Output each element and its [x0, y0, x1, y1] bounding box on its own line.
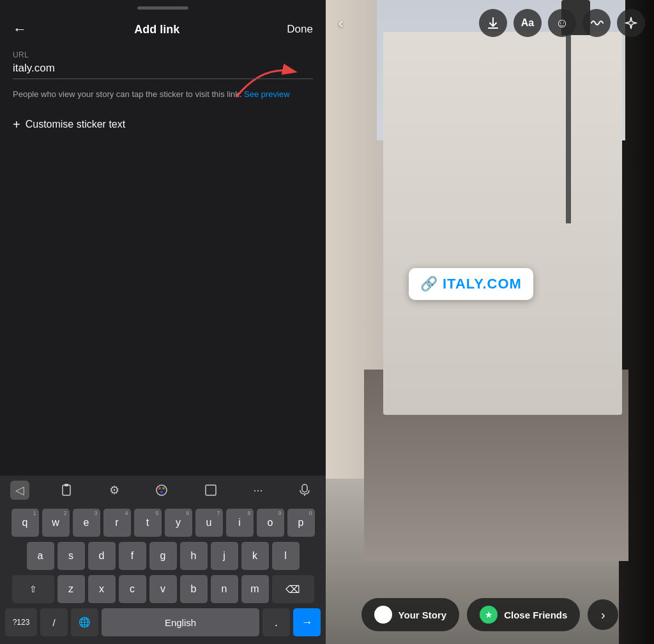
done-button[interactable]: Done	[287, 23, 313, 36]
svg-point-3	[158, 487, 161, 490]
spacer	[0, 140, 326, 476]
url-label: URL	[13, 50, 313, 59]
svg-rect-1	[65, 484, 68, 486]
key-i[interactable]: i8	[226, 509, 254, 537]
url-input[interactable]	[13, 62, 313, 75]
key-a[interactable]: a	[27, 542, 54, 570]
kb-palette-button[interactable]	[150, 481, 173, 499]
key-k[interactable]: k	[241, 542, 269, 570]
bottom-bar: Your Story ★ Close Friends ›	[326, 598, 654, 631]
svg-point-5	[160, 491, 163, 493]
add-link-header: ← Add link Done	[0, 10, 326, 45]
story-avatar	[374, 606, 392, 624]
space-key[interactable]: English	[102, 608, 259, 636]
kb-settings-button[interactable]: ⚙	[104, 481, 125, 500]
key-b[interactable]: b	[180, 575, 208, 603]
url-section: URL	[0, 45, 326, 79]
num-key[interactable]: ?123	[5, 608, 37, 636]
key-x[interactable]: x	[88, 575, 116, 603]
keyboard-row-4: ?123 / 🌐 English . →	[3, 608, 323, 641]
close-friends-star-icon: ★	[480, 606, 498, 624]
close-friends-label: Close Friends	[504, 610, 567, 620]
key-r[interactable]: r4	[103, 509, 131, 537]
customise-label: Customise sticker text	[26, 119, 125, 130]
back-button[interactable]: ←	[13, 21, 27, 38]
kb-mic-button[interactable]	[294, 481, 316, 499]
see-preview-link[interactable]: See preview	[244, 89, 290, 99]
key-n[interactable]: n	[211, 575, 238, 603]
key-e[interactable]: e3	[73, 509, 100, 537]
text-button[interactable]: Aa	[513, 9, 542, 37]
your-story-button[interactable]: Your Story	[361, 598, 460, 631]
key-d[interactable]: d	[88, 542, 116, 570]
period-key[interactable]: .	[262, 608, 290, 636]
shift-key[interactable]: ⇧	[12, 575, 54, 603]
slash-key[interactable]: /	[40, 608, 68, 636]
sticker-text: ITALY.COM	[443, 276, 522, 292]
keyboard-row-1: q1 w2 e3 r4 t5 y6 u7 i8 o9 p0	[3, 509, 323, 537]
close-friends-button[interactable]: ★ Close Friends	[467, 598, 580, 631]
back-chevron[interactable]: ‹	[338, 15, 343, 32]
download-button[interactable]	[479, 9, 507, 37]
italy-sticker[interactable]: 🔗 ITALY.COM	[409, 268, 533, 300]
kb-clipboard-button[interactable]	[55, 481, 78, 499]
key-h[interactable]: h	[180, 542, 208, 570]
add-link-title: Add link	[134, 23, 179, 36]
backspace-key[interactable]: ⌫	[272, 575, 314, 603]
key-m[interactable]: m	[241, 575, 269, 603]
globe-key[interactable]: 🌐	[71, 608, 98, 636]
key-s[interactable]: s	[57, 542, 85, 570]
key-t[interactable]: t5	[134, 509, 162, 537]
top-toolbar: Aa ☺	[479, 9, 645, 37]
key-u[interactable]: u7	[195, 509, 223, 537]
url-underline	[13, 79, 313, 79]
send-key[interactable]: →	[293, 608, 321, 636]
key-l[interactable]: l	[272, 542, 300, 570]
key-o[interactable]: o9	[257, 509, 284, 537]
key-y[interactable]: y6	[165, 509, 192, 537]
key-v[interactable]: v	[149, 575, 177, 603]
main-building	[383, 32, 622, 415]
keyboard-row-3: ⇧ z x c v b n m ⌫	[3, 575, 323, 603]
key-j[interactable]: j	[211, 542, 238, 570]
key-p[interactable]: p0	[287, 509, 315, 537]
key-g[interactable]: g	[149, 542, 177, 570]
key-f[interactable]: f	[119, 542, 146, 570]
key-q[interactable]: q1	[11, 509, 39, 537]
right-panel: ‹ Aa ☺ 🔗 ITALY.COM Your Story ★ Close Fr…	[326, 0, 654, 644]
svg-rect-6	[206, 485, 216, 495]
kb-more-button[interactable]: ···	[248, 481, 268, 500]
svg-point-4	[162, 487, 165, 490]
svg-rect-7	[302, 484, 307, 492]
description-text: People who view your story can tap the s…	[0, 79, 326, 110]
keyboard-toolbar: ◁ ⚙ ···	[0, 476, 326, 505]
sparkle-button[interactable]	[617, 9, 645, 37]
customise-plus-icon: +	[13, 117, 20, 132]
left-panel: ← Add link Done URL People who view your…	[0, 0, 326, 644]
customise-sticker-row[interactable]: + Customise sticker text	[0, 110, 326, 140]
link-icon: 🔗	[420, 276, 437, 292]
next-button[interactable]: ›	[588, 599, 618, 630]
squiggle-button[interactable]	[582, 9, 611, 37]
key-w[interactable]: w2	[42, 509, 70, 537]
face-button[interactable]: ☺	[548, 9, 576, 37]
kb-back-button[interactable]: ◁	[10, 481, 29, 500]
svg-point-2	[156, 485, 167, 495]
keyboard: q1 w2 e3 r4 t5 y6 u7 i8 o9 p0 a s d f g …	[0, 505, 326, 644]
key-c[interactable]: c	[119, 575, 146, 603]
svg-rect-0	[63, 485, 70, 495]
key-z[interactable]: z	[57, 575, 85, 603]
your-story-label: Your Story	[399, 610, 447, 620]
keyboard-row-2: a s d f g h j k l	[3, 542, 323, 570]
kb-frame-button[interactable]	[199, 481, 222, 499]
